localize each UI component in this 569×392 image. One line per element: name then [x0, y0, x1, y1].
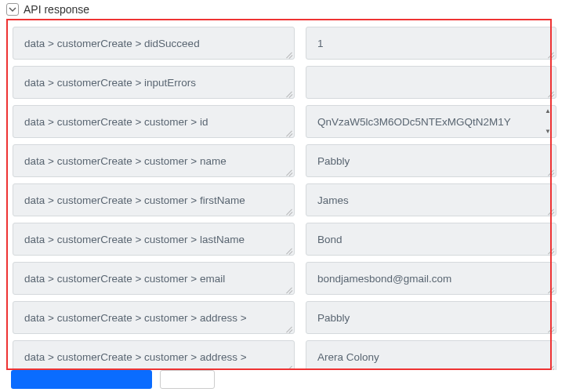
response-key[interactable]: data > customerCreate > customer > email	[13, 262, 295, 295]
response-row: data > customerCreate > customer > nameP…	[9, 141, 563, 180]
primary-action-button[interactable]	[11, 370, 152, 389]
chevron-up-icon[interactable]: ▲	[542, 108, 553, 114]
action-bar	[11, 367, 215, 392]
response-value[interactable]: James	[306, 183, 556, 216]
resize-handle-icon[interactable]	[547, 51, 554, 58]
response-value[interactable]	[306, 66, 556, 99]
response-value[interactable]: QnVzaW5lc3M6ODc5NTExMGQtN2M1Y▲▼	[306, 105, 556, 138]
resize-handle-icon[interactable]	[285, 169, 292, 176]
resize-handle-icon[interactable]	[285, 247, 292, 254]
response-key[interactable]: data > customerCreate > customer > name	[13, 144, 295, 177]
response-key[interactable]: data > customerCreate > customer > id	[13, 105, 295, 138]
response-row: data > customerCreate > customer > idQnV…	[9, 102, 563, 141]
response-row: data > customerCreate > customer > addre…	[9, 298, 563, 337]
response-value[interactable]: Pabbly	[306, 301, 556, 334]
response-key[interactable]: data > customerCreate > customer > lastN…	[13, 223, 295, 256]
resize-handle-icon[interactable]	[547, 247, 554, 254]
resize-handle-icon[interactable]	[547, 169, 554, 176]
response-value[interactable]: Bond	[306, 223, 556, 256]
section-header: API response	[0, 0, 569, 19]
response-key[interactable]: data > customerCreate > customer > addre…	[13, 340, 295, 370]
resize-handle-icon[interactable]	[547, 286, 554, 293]
value-stepper[interactable]: ▲▼	[542, 108, 553, 135]
resize-handle-icon[interactable]	[547, 325, 554, 332]
response-value[interactable]: Arera Colony	[306, 340, 556, 370]
secondary-action-button[interactable]	[160, 370, 215, 389]
collapse-toggle[interactable]	[6, 3, 19, 16]
response-scroll[interactable]: data > customerCreate > didSucceed1data …	[6, 19, 563, 370]
response-key[interactable]: data > customerCreate > didSucceed	[13, 27, 295, 60]
response-key[interactable]: data > customerCreate > customer > first…	[13, 183, 295, 216]
resize-handle-icon[interactable]	[285, 286, 292, 293]
resize-handle-icon[interactable]	[547, 365, 554, 370]
response-panel: data > customerCreate > didSucceed1data …	[6, 19, 563, 370]
resize-handle-icon[interactable]	[547, 90, 554, 97]
response-row: data > customerCreate > customer > first…	[9, 180, 563, 220]
response-value[interactable]: bondjamesbond@gmail.com	[306, 262, 556, 295]
chevron-down-icon	[9, 5, 16, 13]
section-title: API response	[24, 3, 89, 16]
response-key[interactable]: data > customerCreate > customer > addre…	[13, 301, 295, 334]
resize-handle-icon[interactable]	[285, 90, 292, 97]
resize-handle-icon[interactable]	[547, 208, 554, 215]
response-row: data > customerCreate > customer > lastN…	[9, 220, 563, 259]
response-row: data > customerCreate > didSucceed1	[9, 24, 563, 63]
response-value[interactable]: Pabbly	[306, 144, 556, 177]
response-row: data > customerCreate > inputErrors	[9, 63, 563, 102]
resize-handle-icon[interactable]	[285, 129, 292, 136]
resize-handle-icon[interactable]	[285, 325, 292, 332]
response-key[interactable]: data > customerCreate > inputErrors	[13, 66, 295, 99]
resize-handle-icon[interactable]	[285, 51, 292, 58]
response-value[interactable]: 1	[306, 27, 556, 60]
resize-handle-icon[interactable]	[285, 208, 292, 215]
response-row: data > customerCreate > customer > email…	[9, 259, 563, 298]
resize-handle-icon[interactable]	[285, 365, 292, 370]
response-row: data > customerCreate > customer > addre…	[9, 337, 563, 370]
chevron-down-icon[interactable]: ▼	[542, 129, 553, 135]
